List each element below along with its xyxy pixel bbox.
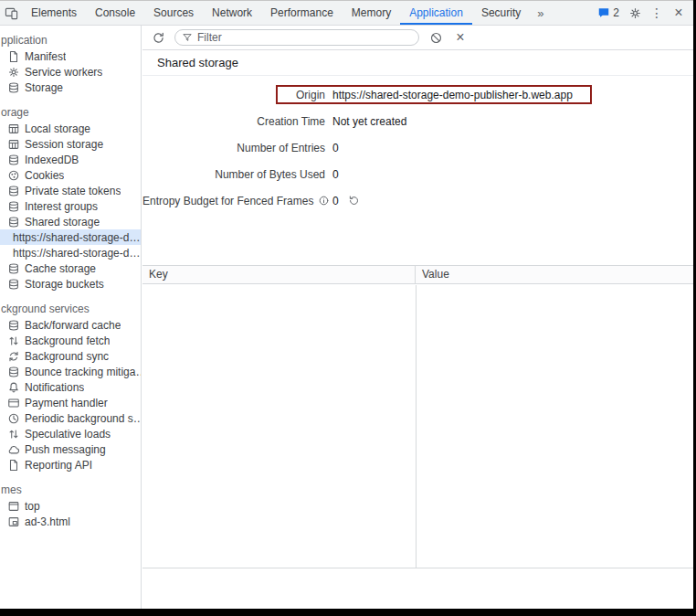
document-icon xyxy=(6,458,20,472)
sidebar-item-https-shared-storage-d[interactable]: https://shared-storage-d… xyxy=(0,245,141,260)
reset-budget-button[interactable] xyxy=(348,195,360,207)
sidebar-item-label: Back/forward cache xyxy=(25,319,121,332)
close-devtools-button[interactable]: × xyxy=(668,1,690,25)
refresh-button[interactable] xyxy=(150,29,166,46)
card-icon xyxy=(6,396,20,409)
sidebar-item-reporting-api[interactable]: Reporting API xyxy=(0,457,141,473)
sidebar-item-local-storage[interactable]: Local storage xyxy=(0,121,141,136)
table-icon xyxy=(6,122,20,135)
database-icon xyxy=(6,80,20,94)
sidebar-item-label: Storage xyxy=(25,81,63,94)
sidebar-item-label: Push messaging xyxy=(25,443,106,456)
sidebar-item-cookies[interactable]: Cookies xyxy=(0,167,141,183)
sidebar-section-title: pplication xyxy=(0,33,141,48)
filter-funnel-icon xyxy=(182,32,193,43)
cookie-icon xyxy=(6,168,20,182)
sidebar-item-https-shared-storage-d[interactable]: https://shared-storage-d… xyxy=(0,229,141,245)
messages-count: 2 xyxy=(613,6,619,19)
tab-console[interactable]: Console xyxy=(86,1,144,25)
sidebar-item-label: Cache storage xyxy=(25,262,96,275)
field-value-cell: 0 xyxy=(332,168,693,181)
sidebar-item-push-messaging[interactable]: Push messaging xyxy=(0,441,141,457)
toolbar-close-button[interactable]: × xyxy=(452,29,469,46)
field-value-cell: Not yet created xyxy=(332,115,693,128)
entries-table: Key Value xyxy=(142,265,693,568)
sidebar-item-background-sync[interactable]: Background sync xyxy=(0,348,141,364)
sidebar-item-private-state-tokens[interactable]: Private state tokens xyxy=(0,183,141,198)
toggle-device-toolbar-button[interactable] xyxy=(0,1,22,25)
field-row-number-of-bytes-used: Number of Bytes Used0 xyxy=(142,161,693,187)
sidebar-item-label: Private state tokens xyxy=(25,185,121,197)
more-options-button[interactable]: ⋮ xyxy=(646,1,668,25)
shared-storage-toolbar: × xyxy=(142,26,693,50)
sidebar-item-periodic-background-s[interactable]: Periodic background s… xyxy=(0,410,141,426)
frame-icon xyxy=(6,499,20,513)
sidebar-item-ad-3-html[interactable]: ad-3.html xyxy=(0,514,141,529)
more-tabs-button[interactable]: » xyxy=(530,1,551,25)
sidebar-item-payment-handler[interactable]: Payment handler xyxy=(0,395,141,410)
sidebar-item-background-fetch[interactable]: Background fetch xyxy=(0,333,141,348)
filter-input[interactable] xyxy=(197,31,412,44)
tab-network[interactable]: Network xyxy=(203,1,261,25)
sidebar-item-speculative-loads[interactable]: Speculative loads xyxy=(0,426,141,441)
info-icon[interactable] xyxy=(318,195,330,207)
sidebar-item-interest-groups[interactable]: Interest groups xyxy=(0,198,141,214)
panel-tabs: ElementsConsoleSourcesNetworkPerformance… xyxy=(22,1,530,25)
gear-icon xyxy=(628,6,642,20)
field-label: Number of Entries xyxy=(142,142,332,154)
sidebar-item-label: Shared storage xyxy=(25,216,100,228)
sidebar-item-back-forward-cache[interactable]: Back/forward cache xyxy=(0,317,141,333)
cloud-icon xyxy=(6,442,20,456)
sidebar-item-label: Background sync xyxy=(25,350,109,363)
sidebar-section: ckground servicesBack/forward cacheBackg… xyxy=(0,302,141,473)
tab-sources[interactable]: Sources xyxy=(144,1,203,25)
iframe-icon xyxy=(6,515,20,528)
sidebar-item-label: Service workers xyxy=(25,66,102,79)
field-row-entropy-budget-for-fenced-frames: Entropy Budget for Fenced Frames0 xyxy=(142,187,693,214)
field-value-cell: 0 xyxy=(332,195,693,207)
sidebar-section: pplicationManifestService workersStorage xyxy=(0,33,141,95)
sidebar-item-top[interactable]: top xyxy=(0,498,141,514)
sidebar-item-notifications[interactable]: Notifications xyxy=(0,379,141,395)
table-body xyxy=(142,285,693,568)
tab-security[interactable]: Security xyxy=(472,1,530,25)
sidebar-item-storage[interactable]: Storage xyxy=(0,80,141,95)
sidebar-item-label: IndexedDB xyxy=(25,154,79,166)
sidebar-item-label: Background fetch xyxy=(25,335,110,347)
sidebar-item-bounce-tracking-mitiga[interactable]: Bounce tracking mitiga… xyxy=(0,364,141,379)
device-toolbar-icon xyxy=(5,6,18,20)
tab-performance[interactable]: Performance xyxy=(261,1,343,25)
sidebar-item-manifest[interactable]: Manifest xyxy=(0,48,141,64)
sidebar-item-shared-storage[interactable]: Shared storage xyxy=(0,214,141,229)
column-header-key[interactable]: Key xyxy=(142,266,416,283)
sidebar-item-cache-storage[interactable]: Cache storage xyxy=(0,260,141,276)
database-icon xyxy=(6,261,20,275)
sidebar-item-indexeddb[interactable]: IndexedDB xyxy=(0,152,141,167)
field-row-origin: Originhttps://shared-storage-demo-publis… xyxy=(142,81,693,108)
sidebar-item-label: https://shared-storage-d… xyxy=(13,247,140,260)
tab-elements[interactable]: Elements xyxy=(22,1,86,25)
console-messages-button[interactable]: 2 xyxy=(593,1,624,25)
page-title: Shared storage xyxy=(142,50,693,76)
field-row-number-of-entries: Number of Entries0 xyxy=(142,134,693,161)
sidebar-item-label: Payment handler xyxy=(25,397,108,409)
sidebar-item-label: https://shared-storage-d… xyxy=(13,231,140,244)
tab-application[interactable]: Application xyxy=(400,1,472,25)
field-value-cell: 0 xyxy=(332,142,693,154)
arrows-icon xyxy=(6,334,20,347)
sidebar-item-storage-buckets[interactable]: Storage buckets xyxy=(0,276,141,292)
sidebar-item-service-workers[interactable]: Service workers xyxy=(0,64,141,80)
database-icon xyxy=(6,277,20,291)
tab-memory[interactable]: Memory xyxy=(343,1,400,25)
column-header-value[interactable]: Value xyxy=(416,266,693,283)
sidebar-item-label: Speculative loads xyxy=(25,428,111,441)
sidebar-section-title: mes xyxy=(0,483,141,498)
settings-button[interactable] xyxy=(624,1,646,25)
field-value: Not yet created xyxy=(332,115,406,128)
metadata-fields: Originhttps://shared-storage-demo-publis… xyxy=(142,81,693,214)
message-bubble-icon xyxy=(597,6,610,19)
sidebar-item-label: Bounce tracking mitiga… xyxy=(25,366,141,378)
sidebar-item-label: Local storage xyxy=(25,122,90,135)
delete-all-button[interactable] xyxy=(427,29,444,46)
sidebar-item-session-storage[interactable]: Session storage xyxy=(0,136,141,152)
